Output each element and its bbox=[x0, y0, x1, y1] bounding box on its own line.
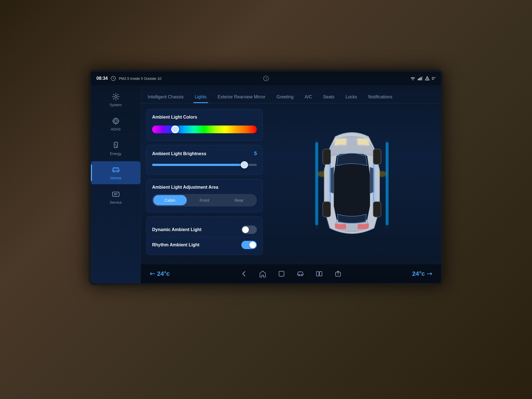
area-btn-rear[interactable]: Rear bbox=[222, 195, 256, 205]
svg-point-26 bbox=[378, 171, 386, 177]
ambient-brightness-card: Ambient Light Brightness 5 bbox=[146, 145, 263, 175]
bottom-bar: 24°c bbox=[141, 264, 441, 283]
settings-icon bbox=[111, 92, 120, 101]
toggle-rhythm-knob bbox=[249, 242, 256, 248]
svg-rect-4 bbox=[419, 78, 420, 80]
toggle-rhythm-label: Rhythm Ambient Light bbox=[152, 242, 200, 247]
sidebar-item-energy[interactable]: Energy bbox=[91, 137, 140, 160]
active-bar bbox=[91, 165, 92, 181]
tab-greeting[interactable]: Greeting bbox=[275, 92, 295, 103]
brightness-thumb[interactable] bbox=[241, 161, 248, 168]
main-layout: System bbox=[91, 85, 441, 283]
svg-rect-6 bbox=[422, 76, 423, 80]
svg-point-17 bbox=[117, 170, 119, 172]
svg-rect-19 bbox=[315, 142, 318, 225]
sidebar-item-adas[interactable]: ADAS bbox=[91, 112, 140, 135]
share-button[interactable] bbox=[334, 270, 342, 278]
sidebar-item-service[interactable]: Service bbox=[91, 186, 140, 209]
tab-seats[interactable]: Seats bbox=[322, 92, 336, 103]
svg-point-25 bbox=[318, 171, 326, 177]
svg-point-9 bbox=[113, 118, 119, 124]
tab-notifications[interactable]: Notifications bbox=[367, 92, 394, 103]
sidebar-service-label: Service bbox=[110, 200, 122, 204]
svg-rect-27 bbox=[279, 271, 284, 276]
brightness-value: 5 bbox=[254, 151, 257, 157]
svg-rect-31 bbox=[319, 272, 322, 276]
back-button[interactable] bbox=[240, 270, 248, 278]
status-center bbox=[263, 75, 269, 81]
svg-rect-21 bbox=[323, 149, 331, 164]
sidebar: System bbox=[91, 85, 141, 283]
temp-right: 24°c bbox=[412, 270, 433, 277]
svg-rect-24 bbox=[373, 202, 381, 217]
adas-icon bbox=[111, 117, 120, 126]
tab-bar: Intelligent Chassis Lights Exterior Rear… bbox=[141, 85, 441, 103]
ambient-colors-label: Ambient Light Colors bbox=[152, 115, 257, 120]
svg-rect-3 bbox=[418, 79, 419, 80]
toggle-dynamic-switch[interactable] bbox=[241, 226, 257, 234]
sidebar-system-label: System bbox=[110, 103, 122, 107]
svg-rect-20 bbox=[386, 142, 388, 225]
car-top-view bbox=[308, 120, 396, 247]
tab-locks[interactable]: Locks bbox=[344, 92, 359, 103]
toggles-card: Dynamic Ambient Light Rhythm Ambient Lig… bbox=[146, 216, 263, 255]
color-slider-container[interactable] bbox=[152, 124, 257, 135]
car-interior-bg: 08:34 PM2.5 Inside 5 Outside 10 bbox=[0, 0, 532, 399]
left-panel: Ambient Light Colors Ambient Light Brigh… bbox=[146, 109, 263, 258]
tab-ac[interactable]: A/C bbox=[303, 92, 313, 103]
temp-left: 24°c bbox=[149, 270, 170, 277]
wifi-icon bbox=[410, 76, 415, 81]
svg-point-8 bbox=[115, 96, 117, 98]
toggle-row-dynamic: Dynamic Ambient Light bbox=[152, 222, 257, 237]
svg-point-16 bbox=[113, 170, 115, 172]
alert-icon bbox=[425, 76, 430, 81]
svg-point-10 bbox=[114, 120, 117, 122]
status-bar: 08:34 PM2.5 Inside 5 Outside 10 bbox=[91, 71, 441, 85]
color-gradient-bar bbox=[152, 126, 257, 133]
sidebar-item-system[interactable]: System bbox=[91, 88, 140, 111]
brightness-header: Ambient Light Brightness 5 bbox=[152, 151, 257, 157]
energy-icon bbox=[111, 141, 120, 150]
tab-lights[interactable]: Lights bbox=[193, 92, 208, 103]
toggle-dynamic-knob bbox=[242, 226, 249, 233]
sidebar-item-vehicle[interactable]: Vehicle bbox=[91, 161, 140, 184]
area-label: Ambient Light Adjustment Area bbox=[152, 185, 257, 190]
svg-rect-5 bbox=[421, 77, 421, 80]
sidebar-energy-label: Energy bbox=[110, 152, 121, 156]
service-icon bbox=[111, 190, 120, 199]
recents-button[interactable] bbox=[278, 270, 285, 278]
bottom-nav bbox=[240, 270, 342, 278]
svg-point-7 bbox=[427, 79, 428, 80]
brightness-label: Ambient Light Brightness bbox=[152, 151, 206, 156]
svg-rect-23 bbox=[323, 202, 331, 217]
svg-rect-22 bbox=[373, 149, 381, 164]
screen: 08:34 PM2.5 Inside 5 Outside 10 bbox=[91, 71, 441, 283]
area-btn-cabin[interactable]: Cabin bbox=[153, 195, 187, 205]
home-button[interactable] bbox=[259, 270, 267, 278]
sidebar-vehicle-label: Vehicle bbox=[110, 176, 122, 180]
tab-exterior-mirror[interactable]: Exterior Rearview Mirror bbox=[216, 92, 267, 103]
sidebar-adas-label: ADAS bbox=[111, 127, 121, 131]
svg-point-28 bbox=[298, 274, 300, 276]
status-time: 08:34 bbox=[96, 76, 108, 81]
right-panel bbox=[268, 109, 436, 258]
brightness-slider-container[interactable] bbox=[152, 161, 257, 169]
toggle-dynamic-label: Dynamic Ambient Light bbox=[152, 227, 201, 232]
color-slider-thumb[interactable] bbox=[171, 126, 179, 133]
status-right: 0° bbox=[410, 76, 436, 81]
car-nav-button[interactable] bbox=[296, 270, 304, 278]
svg-rect-18 bbox=[112, 192, 119, 196]
tab-intelligent-chassis[interactable]: Intelligent Chassis bbox=[146, 92, 185, 103]
area-selector: Cabin Front Rear bbox=[152, 194, 257, 206]
screen-container: 08:34 PM2.5 Inside 5 Outside 10 bbox=[89, 69, 443, 285]
status-left: 08:34 PM2.5 Inside 5 Outside 10 bbox=[96, 76, 161, 81]
content-body: Ambient Light Colors Ambient Light Brigh… bbox=[141, 103, 441, 264]
area-btn-front[interactable]: Front bbox=[188, 195, 221, 205]
toggle-row-rhythm: Rhythm Ambient Light bbox=[152, 237, 257, 249]
toggle-rhythm-switch[interactable] bbox=[241, 241, 257, 249]
temperature-right: 0° bbox=[432, 76, 436, 81]
ambient-area-card: Ambient Light Adjustment Area Cabin Fron… bbox=[146, 179, 263, 212]
split-button[interactable] bbox=[315, 270, 323, 278]
svg-rect-30 bbox=[316, 272, 319, 276]
svg-point-2 bbox=[412, 80, 413, 80]
